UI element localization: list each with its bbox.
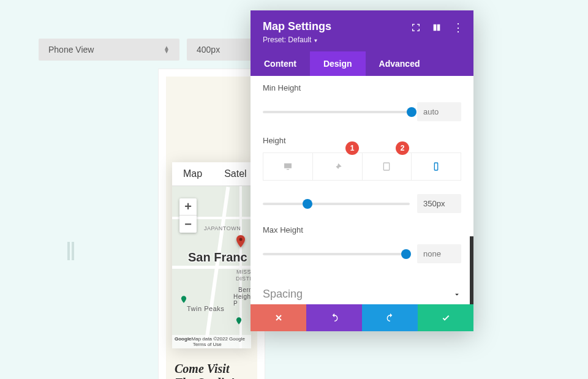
slider-thumb[interactable] — [401, 249, 411, 259]
scrollbar[interactable] — [470, 236, 473, 304]
map-area-japantown: JAPANTOWN — [204, 225, 241, 231]
redo-icon — [385, 313, 395, 323]
map-zoom-in-button[interactable]: + — [179, 198, 197, 216]
map-pin-icon — [233, 234, 248, 249]
map-area-berna: Berna — [238, 287, 251, 293]
slider-thumb[interactable] — [303, 199, 312, 209]
map-area-heights: Heights P — [233, 293, 251, 307]
svg-point-0 — [239, 238, 243, 241]
close-icon — [274, 313, 284, 323]
max-height-value[interactable]: none — [417, 244, 461, 263]
tab-advanced[interactable]: Advanced — [366, 51, 434, 76]
expand-icon[interactable] — [411, 23, 421, 32]
column-icon[interactable] — [432, 23, 442, 32]
map-city-label: San Franc — [188, 250, 247, 265]
save-button[interactable] — [418, 304, 473, 331]
caret-down-icon: ▼ — [313, 38, 318, 43]
settings-actions — [251, 304, 473, 331]
min-height-label: Min Height — [263, 83, 461, 92]
settings-tabs: Content Design Advanced — [251, 51, 473, 76]
slider-thumb[interactable] — [407, 107, 417, 117]
more-icon[interactable]: ⋮ — [453, 24, 464, 31]
map-attribution: Google Map data ©2022 Google Terms of Us… — [172, 335, 251, 348]
phone-view-select[interactable]: Phone View ▲▼ — [39, 39, 179, 61]
tab-content[interactable]: Content — [251, 51, 310, 76]
height-slider[interactable] — [263, 203, 410, 205]
callout-badge-2: 2 — [396, 141, 409, 155]
svg-rect-1 — [384, 163, 390, 170]
redo-button[interactable] — [362, 304, 418, 331]
map-canvas[interactable]: JAPANTOWN MISSIO DISTRICT Berna Heights … — [172, 186, 251, 348]
check-icon — [441, 313, 451, 323]
tab-design[interactable]: Design — [310, 51, 366, 76]
settings-body: Min Height auto Height 1 2 350px Max Hei… — [251, 76, 473, 304]
map-area-mission: MISSIO — [236, 269, 251, 275]
width-label: 400px — [197, 45, 220, 54]
phone-view-label: Phone View — [48, 45, 94, 54]
device-phone-tab[interactable] — [412, 153, 461, 180]
cancel-button[interactable] — [251, 304, 306, 331]
phone-icon — [431, 162, 441, 171]
undo-button[interactable] — [306, 304, 362, 331]
map-area-twin: Twin Peaks — [187, 305, 224, 312]
map-zoom-out-button[interactable]: − — [179, 216, 197, 233]
max-height-slider[interactable] — [263, 253, 410, 255]
phone-preview-frame: Map Satel JAPANTOWN MISSIO DISTRICT Bern… — [158, 69, 265, 379]
select-updown-icon: ▲▼ — [164, 46, 170, 53]
height-label: Height — [263, 136, 461, 145]
preset-selector[interactable]: Preset: Default▼ — [263, 36, 461, 44]
map-area-district: DISTRICT — [236, 276, 251, 282]
section-heading: Come Visit The Studio! — [175, 362, 249, 379]
map-tab-map[interactable]: Map — [172, 162, 213, 186]
poi-pin-icon — [179, 295, 188, 304]
accordion-spacing-label: Spacing — [263, 288, 303, 301]
settings-header: Map Settings Preset: Default▼ ⋮ — [251, 10, 473, 51]
settings-panel: Map Settings Preset: Default▼ ⋮ Content … — [251, 10, 473, 331]
device-hover-tab[interactable] — [313, 153, 363, 180]
callout-badge-1: 1 — [345, 141, 359, 155]
tablet-icon — [382, 162, 391, 171]
poi-pin-icon — [235, 317, 243, 325]
device-tablet-tab[interactable] — [363, 153, 412, 180]
desktop-icon — [283, 162, 293, 171]
chevron-down-icon — [453, 290, 461, 299]
map-logo: Google — [175, 336, 192, 347]
map-zoom-control: + − — [179, 198, 197, 233]
svg-rect-2 — [434, 163, 437, 170]
height-value[interactable]: 350px — [417, 194, 461, 213]
max-height-label: Max Height — [263, 225, 461, 235]
map-terms-link[interactable]: Terms of Use — [193, 342, 222, 347]
accordion-spacing[interactable]: Spacing — [263, 279, 461, 304]
min-height-slider[interactable] — [263, 111, 410, 113]
map-data-label: Map data ©2022 Google — [192, 336, 245, 342]
phone-preview-content: Map Satel JAPANTOWN MISSIO DISTRICT Bern… — [166, 77, 257, 379]
undo-icon — [330, 313, 339, 323]
min-height-value[interactable]: auto — [417, 102, 461, 121]
device-tabs — [263, 152, 461, 181]
map-module: Map Satel JAPANTOWN MISSIO DISTRICT Bern… — [172, 162, 251, 348]
pin-icon — [333, 162, 342, 171]
device-desktop-tab[interactable] — [263, 153, 313, 180]
